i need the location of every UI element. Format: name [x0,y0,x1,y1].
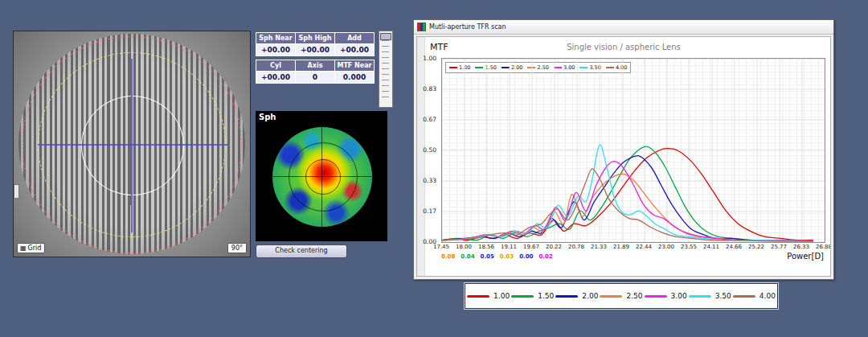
legend-label: 4.00 [760,292,776,300]
value-axis: 0 [296,72,334,83]
legend-label: 3.00 [671,292,687,300]
mtf-chart-window: Mutli-aperture TFR scan MTF Single visio… [413,19,834,280]
value-mtf-near: 0.000 [335,72,374,83]
window-title: Mutli-aperture TFR scan [429,23,506,31]
measurement-table: Sph Near Sph High Add +00.00 +00.00 +00.… [256,32,375,84]
mtf-curves-canvas [442,59,825,242]
legend-line-sample [467,295,489,298]
external-legend-item-1.50: 1.50 [511,292,554,300]
col-header-sph-high: Sph High [296,33,334,43]
heatmap-outer-circle [289,142,358,212]
legend-label: 2.00 [582,292,598,300]
sub-axis-values: 0.080.040.050.030.000.02 [441,253,553,260]
y-axis-tick-labels: 1.000.830.670.500.330.170.00 [417,58,439,241]
x-tick-label: 25.22 [748,244,764,250]
x-axis-tick-labels: 17.4518.0018.5619.1119.6720.2220.7821.33… [441,244,824,252]
sub-axis-value: 0.03 [500,253,514,260]
check-centering-button[interactable]: Check centering [256,245,347,258]
y-tick-label: 0.83 [423,85,436,92]
sub-axis-value: 0.02 [538,253,552,260]
heatmap-horizontal-axis [272,176,372,177]
external-legend-item-3.00: 3.00 [645,292,687,300]
x-tick-label: 20.78 [568,244,584,250]
value-sph-near: +00.00 [256,44,295,55]
sub-axis-value: 0.04 [461,253,474,260]
value-cyl: +00.00 [256,72,295,83]
value-add: +00.00 [335,44,374,55]
external-legend-item-2.00: 2.00 [555,292,598,300]
grid-button-label: Grid [28,245,42,252]
y-tick-label: 0.67 [423,116,436,123]
screen: ▦ Grid 90° Sph Near Sph High Add +00.00 … [0,0,868,337]
angle-label: 90° [227,243,247,253]
legend-line-sample [645,295,667,298]
x-tick-label: 24.11 [703,244,719,250]
series-line-1.50 [442,146,813,241]
col-header-cyl: Cyl [256,60,295,71]
measurement-row-2: Cyl Axis MTF Near +00.00 0 0.000 [256,60,375,84]
fringe-image-panel: ▦ Grid 90° [13,31,251,257]
slider-ticks [382,35,389,102]
series-line-2.50 [442,174,813,241]
x-tick-label: 22.44 [636,244,652,250]
sub-axis-value: 0.05 [481,253,494,260]
external-legend-item-1.00: 1.00 [467,292,510,300]
grid-icon: ▦ [20,245,27,252]
x-tick-label: 19.11 [501,244,517,250]
heatmap-vertical-axis [321,127,322,227]
measurement-row-1: Sph Near Sph High Add +00.00 +00.00 +00.… [256,32,375,56]
sub-axis-value: 0.00 [519,253,533,260]
grid-button[interactable]: ▦ Grid [17,243,45,253]
external-legend-item-4.00: 4.00 [733,292,776,300]
sub-axis-value: 0.08 [441,253,455,260]
col-header-axis: Axis [296,60,334,71]
chart-area: MTF Single vision / aspheric Lens 1.000.… [416,36,831,277]
y-tick-label: 1.00 [423,55,436,62]
legend-line-sample [689,295,711,298]
external-legend-item-2.50: 2.50 [600,292,642,300]
legend-line-sample [733,295,755,298]
legend-line-sample [600,295,622,298]
y-tick-label: 0.50 [423,146,436,154]
legend-label: 1.50 [538,292,554,300]
x-tick-label: 18.56 [478,244,494,250]
x-tick-label: 23.55 [681,244,697,250]
y-tick-label: 0.17 [423,208,436,215]
sph-heatmap [272,127,372,227]
horizontal-crosshair-line [38,144,227,146]
window-title-bar[interactable]: Mutli-aperture TFR scan [414,20,833,35]
x-tick-label: 24.66 [726,244,742,250]
x-tick-label: 18.00 [456,244,472,250]
plot-area: 1.001.502.002.503.003.504.00 [441,58,825,243]
legend-label: 1.00 [493,292,510,300]
app-icon [417,23,426,31]
series-line-3.00 [442,162,813,241]
x-tick-label: 25.77 [771,244,787,250]
vertical-scale-slider[interactable] [379,31,393,108]
x-tick-label: 26.33 [793,244,809,250]
x-tick-label: 17.45 [433,244,449,250]
x-axis-title: Power[D] [787,252,824,261]
legend-line-sample [511,295,534,298]
x-tick-label: 19.67 [523,244,539,250]
y-tick-label: 0.33 [423,177,436,184]
x-tick-label: 23.00 [658,244,674,250]
x-tick-label: 21.89 [613,244,629,250]
white-measurement-circle [81,96,184,195]
col-header-mtf-near: MTF Near [335,60,374,71]
series-line-2.00 [442,156,813,241]
x-tick-label: 21.33 [591,244,607,250]
legend-label: 2.50 [626,292,642,300]
external-legend: 1.001.502.002.503.003.504.00 [465,283,778,309]
chart-subtitle: Single vision / aspheric Lens [417,43,830,51]
ruler-mark [14,184,19,199]
legend-label: 3.50 [715,292,731,300]
value-sph-high: +00.00 [296,44,334,55]
sph-map-panel: Sph [256,111,387,241]
legend-line-sample [555,295,578,298]
x-tick-label: 20.22 [546,244,562,250]
col-header-add: Add [335,33,374,43]
slider-thumb[interactable] [380,33,391,40]
vertical-crosshair-line [131,59,133,232]
sph-map-title: Sph [259,113,276,121]
